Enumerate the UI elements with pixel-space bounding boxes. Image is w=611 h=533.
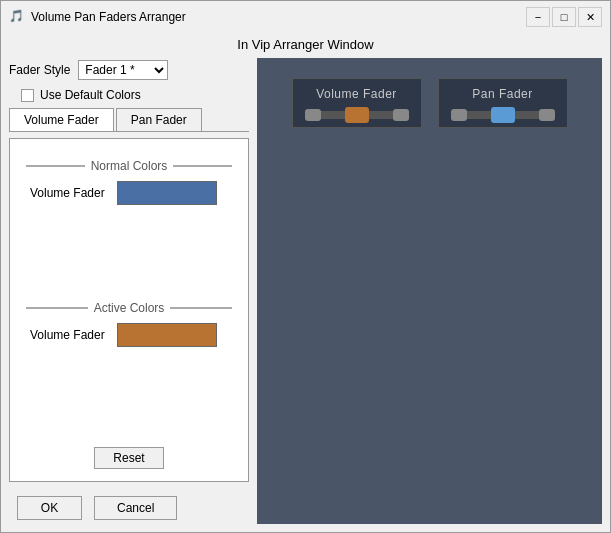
- bottom-buttons: OK Cancel: [9, 488, 249, 524]
- fader-style-label: Fader Style: [9, 63, 70, 77]
- fader-preview-row: Volume Fader Pan Fader: [267, 78, 592, 128]
- minimize-button[interactable]: −: [526, 7, 550, 27]
- normal-volume-label: Volume Fader: [30, 186, 105, 200]
- right-panel: Volume Fader Pan Fader: [257, 58, 602, 524]
- pan-fader-thumb[interactable]: [491, 107, 515, 123]
- maximize-button[interactable]: □: [552, 7, 576, 27]
- active-volume-color-row: Volume Fader: [26, 323, 232, 347]
- normal-colors-label: Normal Colors: [91, 159, 168, 173]
- close-button[interactable]: ✕: [578, 7, 602, 27]
- volume-fader-thumb[interactable]: [345, 107, 369, 123]
- reset-button[interactable]: Reset: [94, 447, 163, 469]
- fader-style-select[interactable]: Fader 1 * Fader 2 Fader 3: [78, 60, 168, 80]
- volume-fader-track: [305, 111, 409, 119]
- pan-fader-preview: Pan Fader: [438, 78, 568, 128]
- app-icon: 🎵: [9, 9, 25, 25]
- use-default-colors-label: Use Default Colors: [40, 88, 141, 102]
- normal-volume-swatch[interactable]: [117, 181, 217, 205]
- active-volume-swatch[interactable]: [117, 323, 217, 347]
- pan-fader-track: [451, 111, 555, 119]
- active-volume-label: Volume Fader: [30, 328, 105, 342]
- active-colors-label: Active Colors: [94, 301, 165, 315]
- use-default-colors-checkbox[interactable]: [21, 89, 34, 102]
- volume-fader-preview: Volume Fader: [292, 78, 422, 128]
- reset-btn-row: Reset: [26, 447, 232, 469]
- default-colors-row: Use Default Colors: [9, 88, 249, 102]
- title-bar: 🎵 Volume Pan Faders Arranger − □ ✕: [1, 1, 610, 33]
- tabs-row: Volume Fader Pan Fader: [9, 108, 249, 132]
- color-panel: Normal Colors Volume Fader Active Colors…: [9, 138, 249, 482]
- window-title: Volume Pan Faders Arranger: [31, 10, 526, 24]
- left-panel: Fader Style Fader 1 * Fader 2 Fader 3 Us…: [9, 58, 249, 524]
- fader-style-row: Fader Style Fader 1 * Fader 2 Fader 3: [9, 58, 249, 82]
- normal-colors-divider: Normal Colors: [26, 159, 232, 173]
- active-colors-divider: Active Colors: [26, 301, 232, 315]
- ok-button[interactable]: OK: [17, 496, 82, 520]
- volume-fader-preview-title: Volume Fader: [316, 87, 397, 101]
- cancel-button[interactable]: Cancel: [94, 496, 177, 520]
- tab-pan-fader[interactable]: Pan Fader: [116, 108, 202, 131]
- volume-fader-left-btn[interactable]: [305, 109, 321, 121]
- normal-volume-color-row: Volume Fader: [26, 181, 232, 205]
- window-subtitle: In Vip Arranger Window: [1, 33, 610, 58]
- pan-fader-preview-title: Pan Fader: [472, 87, 533, 101]
- main-window: 🎵 Volume Pan Faders Arranger − □ ✕ In Vi…: [0, 0, 611, 533]
- tab-volume-fader[interactable]: Volume Fader: [9, 108, 114, 131]
- pan-fader-right-btn[interactable]: [539, 109, 555, 121]
- volume-fader-right-btn[interactable]: [393, 109, 409, 121]
- pan-fader-left-btn[interactable]: [451, 109, 467, 121]
- main-content: Fader Style Fader 1 * Fader 2 Fader 3 Us…: [1, 58, 610, 532]
- window-controls: − □ ✕: [526, 7, 602, 27]
